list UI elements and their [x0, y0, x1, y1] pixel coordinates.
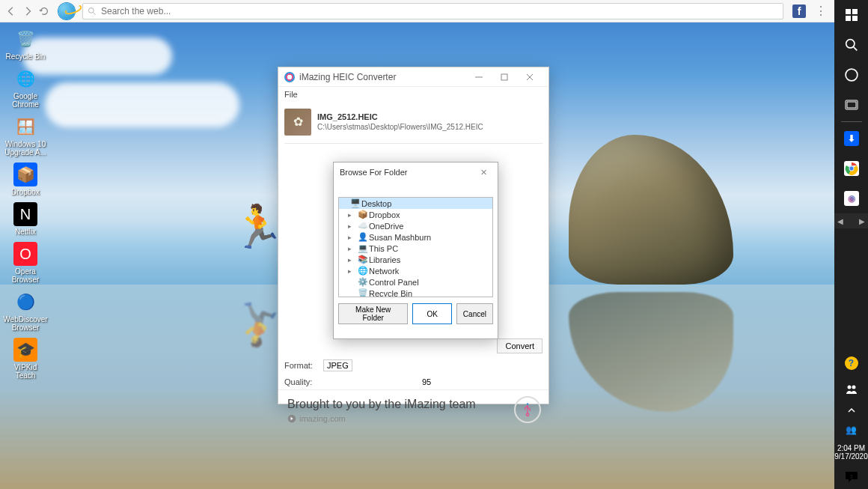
runner-silhouette: 🏃	[232, 202, 284, 252]
ok-button[interactable]: OK	[412, 303, 451, 324]
expander-icon[interactable]: ▸	[348, 245, 357, 252]
footer-link[interactable]: imazing.com	[287, 414, 540, 423]
menu-dots-icon[interactable]: ⋮	[815, 4, 827, 18]
tree-node[interactable]: ▸📚Libraries	[339, 254, 492, 265]
forward-button[interactable]	[21, 4, 34, 18]
icon-label: WebDiscover Browser	[3, 315, 47, 332]
icon-label: Opera Browser	[4, 267, 46, 284]
icon-image: 🪟	[13, 115, 37, 139]
node-label: Susan Mashburn	[369, 233, 431, 242]
minimize-button[interactable]	[466, 67, 492, 87]
icon-label: Windows 10 Upgrade A...	[4, 140, 46, 157]
svg-point-16	[852, 386, 855, 389]
cancel-button[interactable]: Cancel	[456, 303, 493, 324]
task-view-button[interactable]	[834, 90, 868, 120]
file-info: IMG_2512.HEIC C:\Users\stmas\Desktop\Flo…	[317, 112, 542, 131]
expander-icon[interactable]: ▸	[348, 256, 357, 264]
icon-image: 🔵	[13, 290, 37, 314]
folder-icon: 💻	[357, 243, 369, 254]
tray-people-icon[interactable]	[834, 378, 868, 401]
svg-point-15	[847, 386, 851, 389]
taskbar-app[interactable]: ◉	[834, 183, 868, 213]
runner-reflection: 🏃	[232, 300, 284, 349]
taskbar-scroll-arrows[interactable]: ◀▶	[834, 213, 868, 228]
dialog-close-button[interactable]: ✕	[476, 166, 492, 179]
desktop-icon[interactable]: OOpera Browser	[3, 240, 48, 285]
tray-help-icon[interactable]: ?	[834, 348, 868, 378]
tree-node[interactable]: ▸☁️OneDrive	[339, 220, 492, 231]
folder-icon: 👤	[357, 232, 369, 243]
notifications-button[interactable]: 3	[834, 465, 868, 489]
separator	[841, 121, 862, 122]
node-label: Libraries	[369, 255, 400, 264]
tree-node[interactable]: ▸💻This PC	[339, 243, 492, 254]
svg-point-3	[527, 403, 529, 405]
file-thumbnail	[284, 109, 311, 136]
folder-icon: ⚙️	[357, 277, 369, 288]
tree-node[interactable]: ⚙️Control Panel	[339, 276, 492, 288]
cortana-button[interactable]	[834, 60, 868, 90]
file-name: IMG_2512.HEIC	[317, 112, 542, 121]
expander-icon[interactable]: ▸	[348, 222, 357, 230]
reload-button[interactable]	[37, 4, 51, 18]
search-input[interactable]	[101, 6, 778, 16]
desktop-icon[interactable]: 📦Dropbox	[3, 161, 48, 198]
menu-file[interactable]: File	[284, 90, 298, 99]
desktop-icon[interactable]: 🎓VIPKid Teach	[3, 336, 48, 381]
convert-button[interactable]: Convert	[497, 338, 542, 353]
icon-label: Recycle Bin	[6, 52, 46, 61]
node-label: OneDrive	[369, 222, 403, 231]
desktop-icon[interactable]: 🗑️Recycle Bin	[3, 25, 48, 62]
desktop-icon[interactable]: 🔵WebDiscover Browser	[3, 288, 48, 333]
folder-tree[interactable]: 🖥️Desktop▸📦Dropbox▸☁️OneDrive▸👤Susan Mas…	[338, 197, 493, 297]
folder-icon: 🖥️	[349, 198, 361, 209]
tree-node[interactable]: 🖥️Desktop	[339, 198, 492, 209]
format-select[interactable]: JPEG	[323, 359, 352, 371]
maximize-button[interactable]	[492, 67, 517, 87]
svg-rect-7	[852, 16, 858, 21]
back-button[interactable]	[4, 4, 18, 18]
tree-node[interactable]: ▸🌐Network	[339, 265, 492, 276]
app-icon	[284, 72, 295, 82]
system-clock[interactable]: 2:04 PM 9/17/2020	[834, 440, 868, 465]
start-button[interactable]	[834, 0, 868, 30]
menu-bar: File	[278, 87, 548, 102]
file-path: C:\Users\stmas\Desktop\Flowers\IMG_2512.…	[317, 123, 542, 131]
window-titlebar[interactable]: iMazing HEIC Converter	[278, 67, 548, 87]
tray-expand-icon[interactable]	[834, 401, 868, 420]
taskbar-chrome[interactable]	[834, 154, 868, 183]
search-button[interactable]	[834, 30, 868, 60]
file-item[interactable]: IMG_2512.HEIC C:\Users\stmas\Desktop\Flo…	[284, 106, 542, 144]
dialog-title: Browse For Folder	[340, 168, 407, 177]
dialog-titlebar[interactable]: Browse For Folder ✕	[334, 163, 498, 182]
folder-icon: 📦	[357, 210, 369, 220]
folder-icon: ☁️	[357, 221, 369, 231]
mountain-decoration	[569, 135, 733, 285]
desktop-icon[interactable]: 🌐Google Chrome	[3, 65, 48, 110]
expander-icon[interactable]: ▸	[348, 211, 357, 219]
ie-logo-icon	[58, 3, 75, 19]
node-label: Network	[369, 267, 399, 276]
node-label: Control Panel	[369, 278, 419, 287]
facebook-icon[interactable]: f	[792, 4, 806, 18]
expander-icon[interactable]: ▸	[348, 267, 357, 275]
quality-row: Quality: 95	[278, 374, 548, 389]
node-label: This PC	[369, 244, 398, 253]
desktop-icon[interactable]: NNetflix	[3, 201, 48, 237]
expander-icon[interactable]: ▸	[348, 234, 357, 241]
close-button[interactable]	[517, 67, 542, 87]
svg-point-9	[846, 69, 858, 81]
tree-node[interactable]: ▸📦Dropbox	[339, 209, 492, 220]
icon-image: N	[13, 202, 37, 226]
footer-title: Brought to you by the iMazing team	[287, 398, 540, 411]
tree-node[interactable]: 🗑️Recycle Bin	[339, 288, 492, 297]
taskbar-dropbox[interactable]: ⬇	[834, 124, 868, 154]
make-new-folder-button[interactable]: Make New Folder	[338, 303, 408, 324]
cloud-decoration	[45, 82, 239, 127]
folder-icon: 📚	[357, 255, 369, 265]
search-box[interactable]	[82, 3, 783, 19]
tray-input-icon[interactable]: 👥	[834, 420, 868, 440]
icon-image: 🗑️	[13, 27, 37, 51]
tree-node[interactable]: ▸👤Susan Mashburn	[339, 231, 492, 243]
desktop-icon[interactable]: 🪟Windows 10 Upgrade A...	[3, 113, 48, 158]
